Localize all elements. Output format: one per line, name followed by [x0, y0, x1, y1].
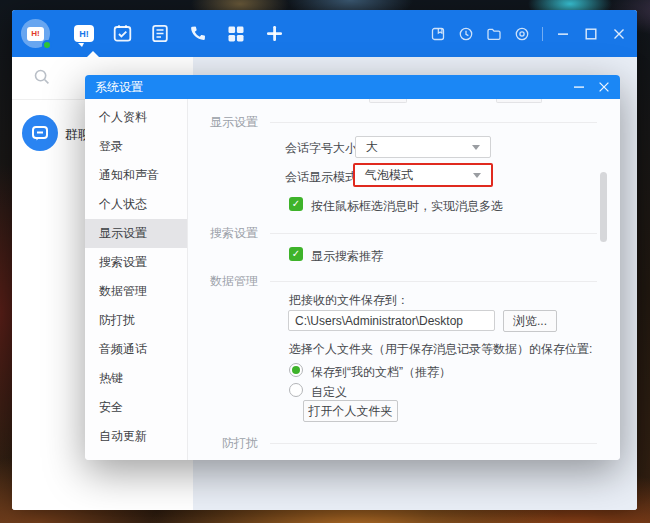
- section-header-search: 搜索设置: [189, 226, 597, 240]
- close-button[interactable]: [611, 26, 627, 42]
- section-header-data: 数据管理: [189, 274, 597, 288]
- scrollbar-thumb[interactable]: [600, 172, 607, 242]
- user-avatar[interactable]: H!: [21, 19, 50, 48]
- history-icon[interactable]: [458, 26, 474, 42]
- search-recommend-checkbox-label[interactable]: 显示搜索推荐: [311, 248, 383, 265]
- chevron-down-icon: [473, 173, 481, 178]
- notes-tab-icon[interactable]: [150, 24, 170, 44]
- dialog-titlebar[interactable]: 系统设置: [85, 75, 620, 99]
- toolbar-tabs: H!: [74, 24, 284, 44]
- nav-item-dnd[interactable]: 防打扰: [85, 306, 187, 335]
- multiselect-checkbox-checked[interactable]: ✓: [289, 197, 303, 211]
- device-icon[interactable]: [430, 26, 446, 42]
- nav-item-status[interactable]: 个人状态: [85, 190, 187, 219]
- minimize-button[interactable]: [555, 26, 571, 42]
- online-status-dot: [42, 40, 52, 50]
- nav-item-hotkeys[interactable]: 热键: [85, 364, 187, 393]
- nav-item-search[interactable]: 搜索设置: [85, 248, 187, 277]
- nav-item-login[interactable]: 登录: [85, 132, 187, 161]
- maximize-button[interactable]: [583, 26, 599, 42]
- toolbar-separator: [542, 27, 543, 41]
- dialog-title: 系统设置: [95, 79, 143, 96]
- radio-my-documents-selected[interactable]: [289, 363, 303, 377]
- apps-grid-tab-icon[interactable]: [226, 24, 246, 44]
- dialog-close-button[interactable]: [596, 79, 612, 95]
- settings-content: 显示设置 会话字号大小为 大 会话显示模式为 气泡模式 ✓ 按住鼠标框选消息时，…: [189, 99, 620, 460]
- save-path-label: 把接收的文件保存到：: [289, 292, 409, 309]
- add-tab-icon[interactable]: [264, 24, 284, 44]
- target-icon[interactable]: [514, 26, 530, 42]
- search-icon: [33, 68, 51, 86]
- scrolled-button-stub: [496, 99, 542, 103]
- toolbar-right-icons: [430, 26, 627, 42]
- calendar-tab-icon[interactable]: [112, 24, 132, 44]
- nav-item-security[interactable]: 安全: [85, 393, 187, 422]
- system-settings-dialog: 系统设置 个人资料 登录 通知和声音 个人状态 显示设置 搜索设置 数据管理 防…: [85, 75, 620, 460]
- dialog-minimize-button[interactable]: [571, 79, 587, 95]
- phone-tab-icon[interactable]: [188, 24, 208, 44]
- nav-item-display[interactable]: 显示设置: [85, 219, 187, 248]
- nav-item-profile[interactable]: 个人资料: [85, 103, 187, 132]
- chevron-down-icon: [472, 145, 480, 150]
- font-size-dropdown[interactable]: 大: [355, 136, 491, 158]
- folder-location-label: 选择个人文件夹（用于保存消息记录等数据）的保存位置:: [289, 341, 592, 358]
- scrolled-button-stub: [369, 99, 407, 103]
- folder-icon[interactable]: [486, 26, 502, 42]
- settings-nav: 个人资料 登录 通知和声音 个人状态 显示设置 搜索设置 数据管理 防打扰 音频…: [85, 99, 188, 460]
- display-mode-dropdown-highlighted[interactable]: 气泡模式: [353, 163, 493, 187]
- radio-custom[interactable]: [289, 383, 303, 397]
- main-toolbar: H! H!: [12, 10, 637, 57]
- open-personal-folder-button[interactable]: 打开个人文件夹: [303, 400, 398, 422]
- nav-item-update[interactable]: 自动更新: [85, 422, 187, 451]
- browse-button[interactable]: 浏览...: [503, 310, 557, 332]
- messages-tab-icon[interactable]: H!: [74, 24, 94, 44]
- section-header-dnd: 防打扰: [189, 436, 597, 450]
- search-recommend-checkbox-checked[interactable]: ✓: [289, 247, 303, 261]
- save-path-input[interactable]: [288, 310, 495, 331]
- nav-item-notifications[interactable]: 通知和声音: [85, 161, 187, 190]
- group-chat-avatar-icon: [22, 115, 58, 151]
- nav-item-audio[interactable]: 音频通话: [85, 335, 187, 364]
- radio-custom-label[interactable]: 自定义: [311, 384, 347, 401]
- section-header-display: 显示设置: [189, 115, 597, 129]
- nav-item-data[interactable]: 数据管理: [85, 277, 187, 306]
- avatar-logo: H!: [27, 27, 44, 41]
- radio-my-documents-label[interactable]: 保存到“我的文档”（推荐）: [311, 364, 451, 381]
- multiselect-checkbox-label[interactable]: 按住鼠标框选消息时，实现消息多选: [311, 198, 503, 215]
